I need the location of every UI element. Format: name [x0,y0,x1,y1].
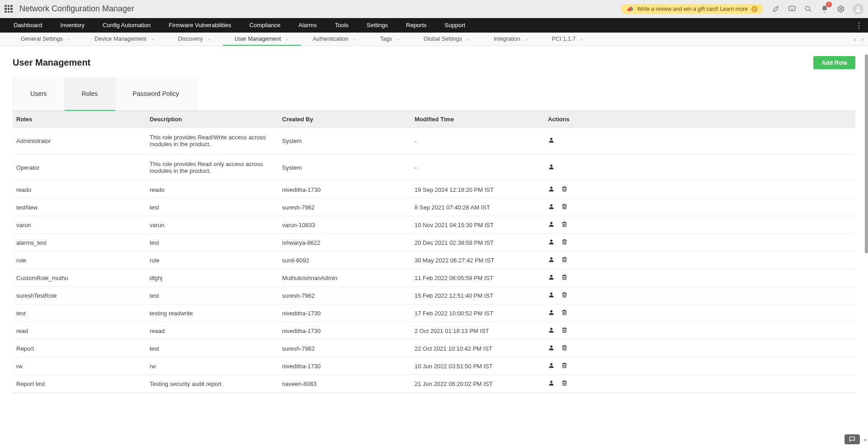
search-icon[interactable] [804,5,813,14]
delete-icon[interactable] [561,291,568,300]
cell-role: rw [13,358,146,374]
promo-banner[interactable]: 📣 Write a review and win a gift card! Le… [621,4,763,14]
delete-icon[interactable] [561,221,568,229]
tabs: UsersRolesPassword Policy [13,77,855,111]
assign-user-icon[interactable] [548,221,555,229]
col-description[interactable]: Description [146,111,278,127]
cell-created-by: suresh-7962 [278,200,411,215]
cell-actions [544,199,635,216]
presentation-icon[interactable] [788,5,797,14]
chevron-right-icon[interactable]: › [862,36,863,43]
assign-user-icon[interactable] [548,344,555,352]
cell-description: Testing security audit report [146,376,278,392]
col-roles[interactable]: Roles [13,111,146,127]
cell-description: reado [146,182,278,198]
assign-user-icon[interactable] [548,274,555,282]
delete-icon[interactable] [561,203,568,211]
delete-icon[interactable] [561,256,568,264]
col-created-by[interactable]: Created By [278,111,411,127]
rocket-icon[interactable] [771,5,780,14]
table-row[interactable]: readoreadoniveditha-173019 Sep 2024 12:1… [13,181,855,199]
bell-icon[interactable]: 2 [820,5,829,14]
sub-nav-item[interactable]: Tags⌄ [368,33,412,46]
table-row[interactable]: OperatorThis role provides Read only acc… [13,154,855,181]
col-modified-time[interactable]: Modified Time [411,111,544,127]
table-row[interactable]: testNewtestsuresh-79628 Sep 2021 07:40:2… [13,199,855,216]
kebab-icon[interactable]: ⋮ [850,21,868,30]
page-title: User Management [13,57,90,68]
tab[interactable]: Password Policy [115,77,197,110]
cell-description: test [146,200,278,215]
cell-description: test [146,341,278,357]
delete-icon[interactable] [561,344,568,352]
cell-actions [544,157,635,178]
main-nav-item[interactable]: Inventory [52,18,94,33]
delete-icon[interactable] [561,274,568,282]
assign-user-icon[interactable] [548,327,555,335]
sub-nav-item[interactable]: Device Management⌄ [83,33,166,46]
close-icon[interactable]: × [751,6,758,12]
table-row[interactable]: rwrwniveditha-173010 Jun 2022 03:51:50 P… [13,357,855,375]
notification-badge: 2 [826,2,832,7]
main-nav-item[interactable]: Alarms [289,18,326,33]
gear-icon[interactable] [836,5,845,14]
chevron-left-icon[interactable]: ‹ [854,36,856,43]
sub-nav-item[interactable]: Authentication⌄ [301,33,368,46]
cell-actions [544,216,635,233]
delete-icon[interactable] [561,185,568,194]
assign-user-icon[interactable] [548,380,555,388]
assign-user-icon[interactable] [548,137,555,145]
main-nav-item[interactable]: Compliance [241,18,290,33]
delete-icon[interactable] [561,362,568,370]
sub-nav-item[interactable]: PCI 1.1.7⌄ [540,33,595,46]
tab[interactable]: Roles [65,77,116,111]
sub-nav-item[interactable]: Integration⌄ [482,33,540,46]
tab[interactable]: Users [13,77,65,110]
sub-nav: General Settings⌄Device Management⌄Disco… [0,33,868,46]
svg-point-14 [550,328,552,330]
assign-user-icon[interactable] [548,309,555,317]
sub-nav-item[interactable]: Global Settings⌄ [412,33,482,46]
table-row[interactable]: rolerolesunil-609230 May 2022 06:27:42 P… [13,252,855,269]
assign-user-icon[interactable] [548,185,555,194]
table-row[interactable]: alarms_testtestishwarya-862220 Dec 2021 … [13,234,855,252]
main-nav-item[interactable]: Reports [397,18,436,33]
add-role-button[interactable]: Add Role [813,56,855,69]
table-row[interactable]: testtesting readwriteniveditha-173017 Fe… [13,304,855,322]
scrollbar[interactable] [865,54,868,253]
avatar[interactable] [853,4,863,14]
main-nav-item[interactable]: Settings [358,18,397,33]
cell-modified-time: 19 Sep 2024 12:18:20 PM IST [411,182,544,198]
cell-modified-time: 30 May 2022 06:27:42 PM IST [411,252,544,268]
table-row[interactable]: sureshTestRoletestsuresh-796215 Feb 2022… [13,287,855,304]
assign-user-icon[interactable] [548,362,555,370]
table-row[interactable]: Reporttestsuresh-796222 Oct 2021 10:10:4… [13,340,855,357]
sub-nav-item[interactable]: User Management⌄ [223,33,301,46]
main-nav-item[interactable]: Support [436,18,475,33]
main-nav-item[interactable]: Firmware Vulnerabilities [160,18,240,33]
assign-user-icon[interactable] [548,163,555,171]
svg-point-5 [550,165,552,167]
sub-nav-item[interactable]: General Settings⌄ [9,33,83,46]
delete-icon[interactable] [561,238,568,247]
table-row[interactable]: readreaadniveditha-17302 Oct 2021 01:18:… [13,322,855,340]
main-nav-item[interactable]: Config Automation [94,18,160,33]
table-row[interactable]: CustomRole_muthudfghjMuthukrishnanAdmin1… [13,269,855,287]
table-row[interactable]: AdministratorThis role provides Read/Wri… [13,128,855,154]
cell-actions [544,252,635,269]
svg-point-8 [550,222,552,224]
delete-icon[interactable] [561,327,568,335]
assign-user-icon[interactable] [548,203,555,211]
assign-user-icon[interactable] [548,238,555,247]
main-nav-item[interactable]: Dashboard [5,18,52,33]
sub-nav-item[interactable]: Discovery⌄ [166,33,223,46]
assign-user-icon[interactable] [548,291,555,300]
delete-icon[interactable] [561,380,568,388]
main-nav-item[interactable]: Tools [326,18,358,33]
apps-grid-icon[interactable] [5,5,13,13]
table-row[interactable]: varunvarunvarun-1083310 Nov 2021 04:15:3… [13,216,855,234]
assign-user-icon[interactable] [548,256,555,264]
table-row[interactable]: Report testTesting security audit report… [13,375,855,393]
col-actions: Actions [544,111,635,127]
delete-icon[interactable] [561,309,568,317]
